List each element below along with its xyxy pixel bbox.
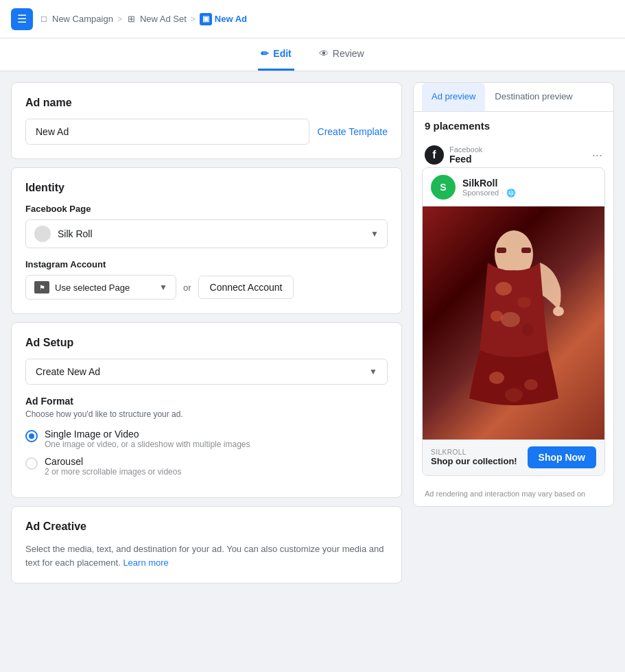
placement-platform: Facebook — [449, 145, 587, 154]
create-new-ad-select[interactable]: Create New Ad ▼ — [25, 359, 388, 385]
tab-review[interactable]: 👁 Review — [316, 38, 367, 71]
tab-review-label: Review — [333, 48, 364, 59]
ad-creative-description: Select the media, text, and destination … — [25, 542, 388, 569]
review-icon: 👁 — [319, 48, 329, 59]
ad-image — [423, 206, 604, 440]
breadcrumb-campaign[interactable]: □ New Campaign — [38, 14, 113, 25]
instagram-account-group: Instagram Account ⚑ Use selected Page ▼ … — [25, 259, 388, 300]
main-layout: Ad name Create Template Identity Faceboo… — [0, 71, 625, 595]
carousel-radio[interactable] — [25, 457, 38, 470]
dress-svg — [459, 213, 569, 433]
facebook-page-select[interactable]: Silk Roll ▼ — [25, 219, 388, 248]
facebook-page-label: Facebook Page — [25, 204, 388, 214]
carousel-label-group: Carousel 2 or more scrollable images or … — [45, 456, 181, 477]
advertiser-name: SilkRoll — [462, 178, 596, 189]
carousel-option[interactable]: Carousel 2 or more scrollable images or … — [25, 456, 388, 477]
placement-more-button[interactable]: ··· — [592, 148, 602, 163]
ad-setup-card: Ad Setup Create New Ad ▼ Ad Format Choos… — [11, 322, 402, 498]
right-column: Ad preview Destination preview 9 placeme… — [413, 82, 614, 584]
advertiser-meta: Sponsored · 🌐 — [462, 189, 596, 197]
svg-point-10 — [505, 388, 523, 402]
edit-icon: ✏ — [261, 48, 269, 59]
top-nav: ☰ □ New Campaign > ⊞ New Ad Set > ▣ New … — [0, 0, 625, 38]
nav-toggle[interactable]: ☰ — [11, 8, 33, 30]
ad-name-input[interactable] — [25, 119, 309, 145]
svg-point-5 — [501, 312, 520, 327]
tab-edit[interactable]: ✏ Edit — [258, 38, 294, 71]
svg-point-7 — [491, 311, 503, 322]
breadcrumb-ad-label: New Ad — [215, 14, 247, 24]
ig-flag-icon: ⚑ — [34, 281, 49, 293]
shop-now-button[interactable]: Shop Now — [528, 446, 596, 468]
ad-creative-card: Ad Creative Select the media, text, and … — [11, 506, 402, 584]
ad-format-subtitle: Choose how you'd like to structure your … — [25, 409, 388, 419]
breadcrumb-adset[interactable]: ⊞ New Ad Set — [126, 14, 187, 25]
facebook-page-value: Silk Roll — [58, 228, 364, 239]
ad-creative-title: Ad Creative — [25, 520, 388, 533]
ad-cta-subtitle: Shop our collection! — [431, 456, 522, 466]
preview-tabs: Ad preview Destination preview — [414, 83, 613, 112]
setup-chevron: ▼ — [369, 367, 377, 376]
single-image-label: Single Image or Video — [45, 429, 250, 440]
tab-bar: ✏ Edit 👁 Review — [0, 38, 625, 71]
single-image-option[interactable]: Single Image or Video One image or video… — [25, 429, 388, 449]
ad-name-row: Create Template — [25, 119, 388, 145]
single-image-desc: One image or video, or a slideshow with … — [45, 440, 250, 449]
destination-preview-tab-label: Destination preview — [495, 91, 572, 101]
identity-card: Identity Facebook Page Silk Roll ▼ Insta… — [11, 167, 402, 314]
ad-preview-header: S SilkRoll Sponsored · 🌐 — [423, 168, 604, 206]
ad-cta-label: SILKROLL — [431, 448, 522, 456]
instagram-page-select[interactable]: ⚑ Use selected Page ▼ — [25, 275, 176, 300]
breadcrumb-ad[interactable]: ▣ New Ad — [200, 13, 247, 25]
ad-setup-title: Ad Setup — [25, 337, 388, 349]
carousel-desc: 2 or more scrollable images or videos — [45, 467, 181, 477]
placement-info: Facebook Feed — [449, 145, 587, 165]
ad-name-title: Ad name — [25, 97, 388, 109]
left-column: Ad name Create Template Identity Faceboo… — [11, 82, 402, 584]
ad-bottom-info: SILKROLL Shop our collection! — [431, 448, 522, 466]
tab-edit-label: Edit — [273, 48, 291, 59]
breadcrumb-sep-2: > — [191, 14, 196, 24]
instagram-row: ⚑ Use selected Page ▼ or Connect Account — [25, 275, 388, 300]
svg-point-4 — [517, 297, 531, 308]
use-selected-page-label: Use selected Page — [55, 283, 154, 293]
advertiser-avatar: S — [431, 175, 456, 200]
svg-point-11 — [553, 307, 564, 316]
connect-account-button[interactable]: Connect Account — [198, 276, 294, 299]
globe-icon: 🌐 — [506, 189, 516, 197]
toggle-icon: ☰ — [17, 12, 27, 25]
svg-rect-1 — [497, 248, 506, 253]
svg-point-3 — [495, 282, 512, 296]
ad-bottom-bar: SILKROLL Shop our collection! Shop Now — [423, 440, 604, 475]
or-text: or — [183, 283, 191, 293]
instagram-account-label: Instagram Account — [25, 259, 388, 269]
ad-icon: ▣ — [200, 13, 212, 25]
instagram-select-chevron: ▼ — [159, 283, 167, 292]
tab-destination-preview[interactable]: Destination preview — [485, 83, 582, 111]
adset-icon: ⊞ — [126, 14, 137, 25]
svg-point-8 — [489, 372, 504, 384]
sponsored-label: Sponsored — [462, 189, 499, 197]
campaign-icon: □ — [38, 14, 49, 25]
identity-title: Identity — [25, 182, 388, 194]
single-image-radio[interactable] — [25, 430, 38, 442]
create-template-link[interactable]: Create Template — [318, 126, 388, 137]
single-image-label-group: Single Image or Video One image or video… — [45, 429, 250, 449]
svg-point-9 — [524, 379, 538, 390]
placement-header: f Facebook Feed ··· — [414, 140, 613, 167]
facebook-page-avatar — [34, 226, 51, 242]
learn-more-link[interactable]: Learn more — [123, 557, 168, 568]
facebook-page-chevron: ▼ — [370, 229, 379, 239]
svg-rect-2 — [521, 248, 531, 253]
ad-name-card: Ad name Create Template — [11, 82, 402, 159]
placement-name: Feed — [449, 154, 587, 165]
tab-ad-preview[interactable]: Ad preview — [422, 83, 485, 111]
platform-icon: f — [425, 145, 444, 165]
ad-format-title: Ad Format — [25, 396, 388, 407]
breadcrumb: □ New Campaign > ⊞ New Ad Set > ▣ New Ad — [38, 13, 247, 25]
dot-sep: · — [502, 189, 504, 197]
facebook-page-group: Facebook Page Silk Roll ▼ — [25, 204, 388, 248]
advertiser-info: SilkRoll Sponsored · 🌐 — [462, 178, 596, 197]
breadcrumb-campaign-label: New Campaign — [52, 14, 113, 24]
ad-preview-inner: S SilkRoll Sponsored · 🌐 — [422, 167, 605, 476]
